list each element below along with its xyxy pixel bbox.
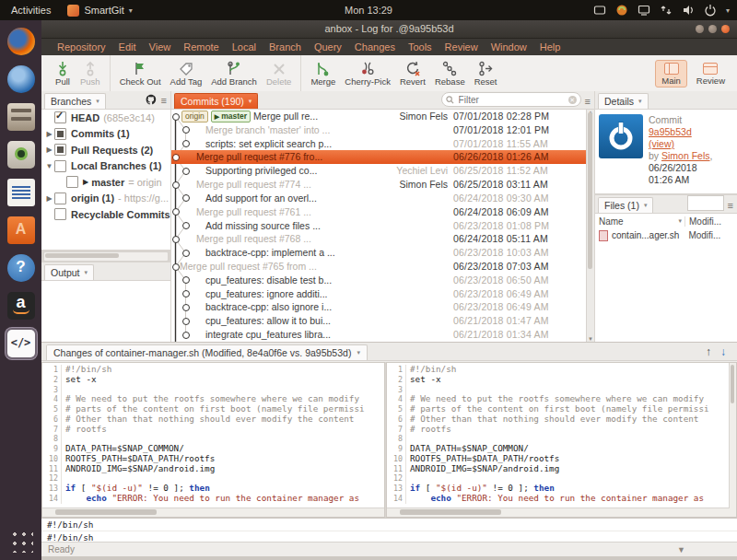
window-titlebar[interactable]: anbox - Log for .@9a95b53d	[41, 20, 737, 39]
commit-row[interactable]: Merge pull request #774 ...Simon Fels06/…	[171, 178, 594, 192]
cherry-pick-button[interactable]: Cherry-Pick	[340, 60, 395, 87]
checkbox[interactable]	[54, 144, 66, 156]
minimize-button[interactable]	[696, 25, 704, 33]
expander-icon[interactable]: ▶	[44, 194, 54, 203]
checkbox[interactable]	[54, 192, 66, 204]
details-tab[interactable]: Details ▾	[598, 93, 649, 109]
github-icon[interactable]	[146, 94, 157, 106]
menu-local[interactable]: Local	[226, 41, 263, 52]
checkbox[interactable]	[54, 111, 66, 123]
commit-row[interactable]: backtrace-cpp: also ignore i...06/23/201…	[171, 300, 594, 314]
files-filter-input[interactable]	[687, 195, 724, 211]
menu-repository[interactable]: Repository	[51, 41, 112, 52]
maximize-button[interactable]	[708, 25, 717, 33]
commit-row[interactable]: originmasterMerge pull re...Simon Fels07…	[171, 110, 594, 123]
thunderbird-icon[interactable]	[7, 65, 35, 93]
files-tab[interactable]: Files (1) ▾	[598, 197, 653, 213]
amazon-icon[interactable]	[7, 292, 35, 320]
commit-row[interactable]: cpu_features: disable test b...06/23/201…	[171, 274, 594, 287]
output-tab[interactable]: Output ▾	[44, 264, 94, 280]
file-row[interactable]: contain...ager.shModifi...	[595, 228, 737, 242]
next-change-button[interactable]: ↓	[720, 345, 726, 358]
files-menu-icon[interactable]: ≡	[728, 201, 733, 210]
branches-tab[interactable]: Branches ▾	[44, 93, 106, 109]
tree-item-origin-1-[interactable]: ▶origin (1)- https://g...	[41, 191, 170, 207]
add-branch-button[interactable]: Add Branch	[206, 60, 262, 87]
commit-row[interactable]: integrate cpu_features libra...06/21/201…	[171, 328, 594, 342]
add-tag-button[interactable]: Add Tag	[166, 60, 207, 87]
commit-row[interactable]: Merge branch 'master' into ...07/01/2018…	[171, 123, 594, 137]
chevron-down-icon[interactable]: ▾	[726, 6, 730, 15]
power-icon[interactable]	[704, 4, 717, 17]
commit-row[interactable]: scripts: set explicit search p...07/01/2…	[171, 137, 594, 151]
menu-tools[interactable]: Tools	[402, 41, 439, 52]
vertical-scrollbar[interactable]: ▲▼	[586, 110, 594, 342]
tree-item-commits-1-[interactable]: ▶Commits (1)	[41, 126, 170, 143]
app-indicator[interactable]: SmartGit ▾	[67, 5, 132, 17]
filter-clear-icon[interactable]: ✕	[568, 96, 577, 104]
checkbox[interactable]	[54, 160, 66, 172]
status-caret-icon[interactable]: ▼	[677, 545, 685, 554]
horizontal-scrollbar[interactable]	[43, 251, 169, 262]
menu-remote[interactable]: Remote	[177, 41, 226, 52]
pull-button[interactable]: Pull	[50, 60, 76, 87]
expander-icon[interactable]: ▶	[44, 130, 54, 138]
tree-item-master[interactable]: ▶master= origin	[41, 174, 170, 191]
review-view-button[interactable]: Review	[690, 60, 731, 88]
updates-icon[interactable]	[615, 4, 628, 17]
files-header-modified[interactable]: Modifi...	[685, 216, 721, 227]
installer-icon[interactable]	[7, 216, 35, 244]
check-out-button[interactable]: Check Out	[115, 60, 166, 87]
network-icon[interactable]	[660, 4, 673, 17]
commit-row[interactable]: cpu_features: allow it to bui...06/21/20…	[171, 314, 594, 328]
menu-window[interactable]: Window	[485, 41, 533, 52]
camera-icon[interactable]	[7, 141, 35, 169]
commit-row[interactable]: Merge pull request #776 fro...06/26/2018…	[171, 150, 594, 164]
reset-button[interactable]: Reset	[470, 60, 502, 87]
firefox-icon[interactable]	[7, 28, 35, 55]
prev-change-button[interactable]: ↑	[706, 345, 711, 358]
commit-row[interactable]: Add support for an overl...06/24/2018 09…	[171, 192, 594, 205]
app-grid-icon[interactable]	[9, 529, 33, 553]
menu-changes[interactable]: Changes	[348, 41, 402, 52]
expander-icon[interactable]: ▶	[44, 146, 54, 154]
diff-pane-right[interactable]: 1#!/bin/sh2set -x34# We need to put the …	[386, 362, 737, 518]
menu-edit[interactable]: Edit	[112, 41, 143, 52]
commit-row[interactable]: Merge pull request #765 from ...06/23/20…	[171, 260, 594, 274]
code-editor-icon[interactable]	[7, 330, 35, 357]
files-header-name[interactable]: Name ▾	[595, 216, 685, 227]
commit-row[interactable]: Supporting privileged co...Yechiel Levi0…	[171, 164, 594, 178]
tree-item-head[interactable]: HEAD(685e3c14)	[41, 110, 170, 126]
tree-item-pull-requests-2-[interactable]: ▶Pull Requests (2)	[41, 142, 170, 158]
commit-row[interactable]: cpu_features: ignore additi...06/23/2018…	[171, 287, 594, 301]
commit-row[interactable]: Merge pull request #761 ...06/24/2018 06…	[171, 205, 594, 219]
badge-origin[interactable]: origin	[181, 111, 208, 122]
branches-menu-icon[interactable]: ≡	[161, 96, 167, 105]
diff-pane-left[interactable]: 1#!/bin/sh2set -x34# We need to put the …	[41, 362, 385, 518]
main-view-button[interactable]: Main	[655, 60, 687, 88]
commit-row[interactable]: Add missing source files ...06/23/2018 0…	[171, 219, 594, 233]
menu-view[interactable]: View	[143, 41, 178, 52]
vertical-scrollbar[interactable]	[729, 363, 736, 508]
volume-icon[interactable]	[682, 4, 695, 17]
writer-document-icon[interactable]	[7, 179, 35, 206]
checkbox[interactable]	[66, 176, 78, 188]
close-button[interactable]	[721, 25, 730, 33]
changes-title-tab[interactable]: Changes of container-manager.sh (Modifie…	[46, 344, 368, 360]
rebase-button[interactable]: Rebase	[430, 60, 470, 87]
author-link[interactable]: Simon Fels	[661, 150, 710, 161]
checkbox[interactable]	[54, 208, 66, 220]
commit-secondary-link[interactable]: (view)	[649, 138, 674, 149]
checkbox[interactable]	[54, 128, 66, 140]
menu-help[interactable]: Help	[533, 41, 567, 52]
commits-menu-icon[interactable]: ≡	[585, 97, 591, 106]
horizontal-scrollbar[interactable]	[387, 508, 736, 517]
activities-button[interactable]: Activities	[9, 5, 53, 16]
display-icon[interactable]	[638, 4, 650, 17]
keyboard-indicator-icon[interactable]	[593, 4, 606, 17]
commits-filter-input[interactable]	[457, 94, 566, 106]
menu-branch[interactable]: Branch	[263, 41, 308, 52]
menu-query[interactable]: Query	[308, 41, 348, 52]
help-icon[interactable]	[7, 254, 35, 282]
horizontal-scrollbar[interactable]	[42, 508, 384, 517]
